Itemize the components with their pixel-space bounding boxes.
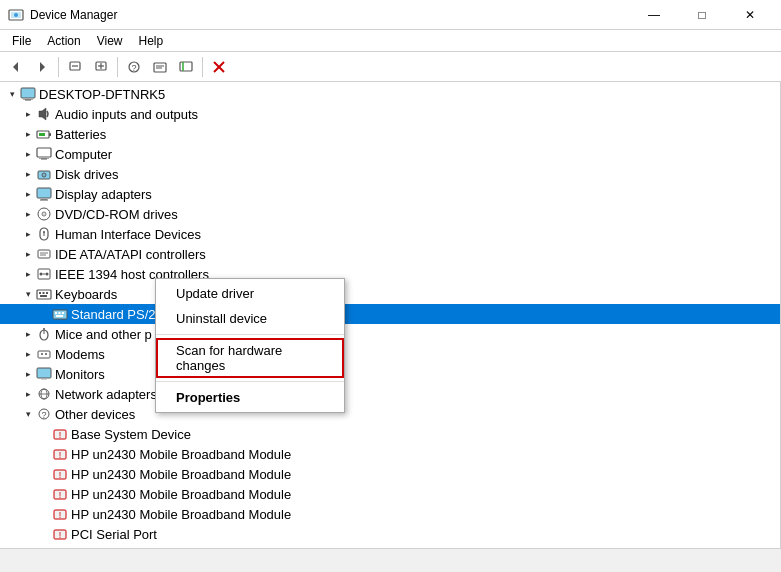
minimize-button[interactable]: — bbox=[631, 0, 677, 30]
monitors-arrow bbox=[20, 366, 36, 382]
tree-hp2[interactable]: ! HP un2430 Mobile Broadband Module bbox=[0, 464, 780, 484]
tree-dvd[interactable]: DVD/CD-ROM drives bbox=[0, 204, 780, 224]
hp1-arrow bbox=[36, 446, 52, 462]
app-icon bbox=[8, 7, 24, 23]
tree-keyboards[interactable]: Keyboards bbox=[0, 284, 780, 304]
window-controls: — □ ✕ bbox=[631, 0, 773, 30]
tree-monitors[interactable]: Monitors bbox=[0, 364, 780, 384]
tree-pcisimple[interactable]: ! PCI Simple Communications Controller bbox=[0, 544, 780, 548]
toolbar: ? bbox=[0, 52, 781, 82]
dvd-arrow bbox=[20, 206, 36, 222]
tree-network[interactable]: Network adapters bbox=[0, 384, 780, 404]
tree-computer[interactable]: Computer bbox=[0, 144, 780, 164]
pcisimple-arrow bbox=[36, 546, 52, 548]
svg-rect-54 bbox=[55, 312, 57, 314]
other-icon: ? bbox=[36, 406, 52, 422]
root-arrow bbox=[4, 86, 20, 102]
scan-button[interactable] bbox=[174, 55, 198, 79]
tree-pciserial[interactable]: ! PCI Serial Port bbox=[0, 524, 780, 544]
window-title: Device Manager bbox=[30, 8, 117, 22]
remove-button[interactable] bbox=[207, 55, 231, 79]
tree-diskdrives[interactable]: Disk drives bbox=[0, 164, 780, 184]
svg-marker-22 bbox=[39, 108, 46, 120]
ctx-scan-hardware[interactable]: Scan for hardware changes bbox=[156, 338, 344, 378]
toolbar-sep-3 bbox=[202, 57, 203, 77]
network-arrow bbox=[20, 386, 36, 402]
hid-icon bbox=[36, 226, 52, 242]
monitors-icon bbox=[36, 366, 52, 382]
dvd-label: DVD/CD-ROM drives bbox=[55, 207, 178, 222]
svg-marker-3 bbox=[13, 62, 18, 72]
unknown-device-icon-1: ! bbox=[52, 426, 68, 442]
maximize-button[interactable]: □ bbox=[679, 0, 725, 30]
svg-point-37 bbox=[44, 214, 45, 215]
menu-file[interactable]: File bbox=[4, 32, 39, 50]
menu-help[interactable]: Help bbox=[131, 32, 172, 50]
ide-label: IDE ATA/ATAPI controllers bbox=[55, 247, 206, 262]
batteries-label: Batteries bbox=[55, 127, 106, 142]
back-button[interactable] bbox=[4, 55, 28, 79]
monitors-label: Monitors bbox=[55, 367, 105, 382]
menu-action[interactable]: Action bbox=[39, 32, 88, 50]
properties-button[interactable] bbox=[148, 55, 172, 79]
unknown-device-icon-5: ! bbox=[52, 506, 68, 522]
tree-hid[interactable]: Human Interface Devices bbox=[0, 224, 780, 244]
help-button[interactable]: ? bbox=[122, 55, 146, 79]
ctx-update-driver[interactable]: Update driver bbox=[156, 281, 344, 306]
status-bar bbox=[0, 548, 781, 572]
tree-mice[interactable]: Mice and other p bbox=[0, 324, 780, 344]
hp3-label: HP un2430 Mobile Broadband Module bbox=[71, 487, 291, 502]
tree-hp1[interactable]: ! HP un2430 Mobile Broadband Module bbox=[0, 444, 780, 464]
mice-label: Mice and other p bbox=[55, 327, 152, 342]
tree-ide[interactable]: IDE ATA/ATAPI controllers bbox=[0, 244, 780, 264]
menu-view[interactable]: View bbox=[89, 32, 131, 50]
tree-modems[interactable]: Modems bbox=[0, 344, 780, 364]
tree-root[interactable]: DESKTOP-DFTNRK5 bbox=[0, 84, 780, 104]
hp4-arrow bbox=[36, 506, 52, 522]
ctx-uninstall-device[interactable]: Uninstall device bbox=[156, 306, 344, 331]
svg-text:!: ! bbox=[59, 490, 62, 500]
title-bar-left: Device Manager bbox=[8, 7, 117, 23]
tree-ps2kb[interactable]: Standard PS/2 Keyboard bbox=[0, 304, 780, 324]
tree-batteries[interactable]: Batteries bbox=[0, 124, 780, 144]
tree-otherdev[interactable]: ? Other devices bbox=[0, 404, 780, 424]
svg-rect-32 bbox=[37, 188, 51, 198]
svg-point-31 bbox=[44, 175, 45, 176]
device-tree[interactable]: DESKTOP-DFTNRK5 Audio inputs and outputs bbox=[0, 82, 781, 548]
hid-label: Human Interface Devices bbox=[55, 227, 201, 242]
modems-icon bbox=[36, 346, 52, 362]
close-button[interactable]: ✕ bbox=[727, 0, 773, 30]
tree-hp4[interactable]: ! HP un2430 Mobile Broadband Module bbox=[0, 504, 780, 524]
svg-rect-65 bbox=[41, 378, 47, 380]
hp3-arrow bbox=[36, 486, 52, 502]
ps2kb-arrow bbox=[36, 306, 52, 322]
toolbar-sep-1 bbox=[58, 57, 59, 77]
tree-audio[interactable]: Audio inputs and outputs bbox=[0, 104, 780, 124]
ctx-separator bbox=[156, 334, 344, 335]
modems-label: Modems bbox=[55, 347, 105, 362]
svg-point-2 bbox=[14, 13, 18, 17]
ide-icon bbox=[36, 246, 52, 262]
collapse-all-button[interactable] bbox=[63, 55, 87, 79]
svg-rect-41 bbox=[38, 250, 50, 258]
svg-text:?: ? bbox=[41, 410, 46, 420]
forward-button[interactable] bbox=[30, 55, 54, 79]
tree-display[interactable]: Display adapters bbox=[0, 184, 780, 204]
ide-arrow bbox=[20, 246, 36, 262]
tree-hp3[interactable]: ! HP un2430 Mobile Broadband Module bbox=[0, 484, 780, 504]
display-arrow bbox=[20, 186, 36, 202]
keyboard-icon bbox=[36, 286, 52, 302]
basesys-label: Base System Device bbox=[71, 427, 191, 442]
svg-point-63 bbox=[45, 353, 47, 355]
hid-arrow bbox=[20, 226, 36, 242]
unknown-device-icon-7: ! bbox=[52, 546, 68, 548]
svg-rect-57 bbox=[56, 315, 63, 317]
expand-all-button[interactable] bbox=[89, 55, 113, 79]
unknown-device-icon-2: ! bbox=[52, 446, 68, 462]
ctx-properties[interactable]: Properties bbox=[156, 385, 344, 410]
tree-ieee[interactable]: IEEE 1394 host controllers bbox=[0, 264, 780, 284]
diskdrives-label: Disk drives bbox=[55, 167, 119, 182]
basesys-arrow bbox=[36, 426, 52, 442]
hp1-label: HP un2430 Mobile Broadband Module bbox=[71, 447, 291, 462]
tree-basesys[interactable]: ! Base System Device bbox=[0, 424, 780, 444]
